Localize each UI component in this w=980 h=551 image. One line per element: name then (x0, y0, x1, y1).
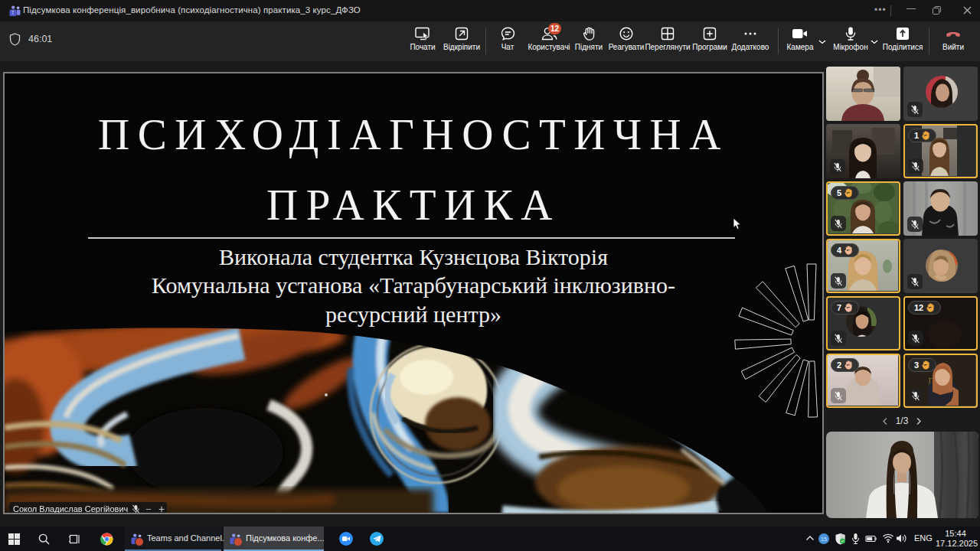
svg-text:T: T (11, 10, 15, 15)
